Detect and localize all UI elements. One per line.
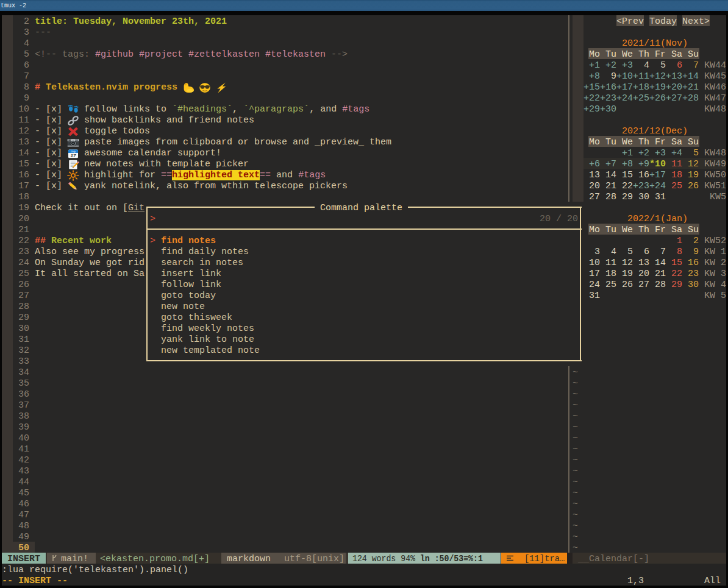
- svg-text:July: July: [70, 150, 76, 153]
- svg-text:17: 17: [70, 153, 76, 158]
